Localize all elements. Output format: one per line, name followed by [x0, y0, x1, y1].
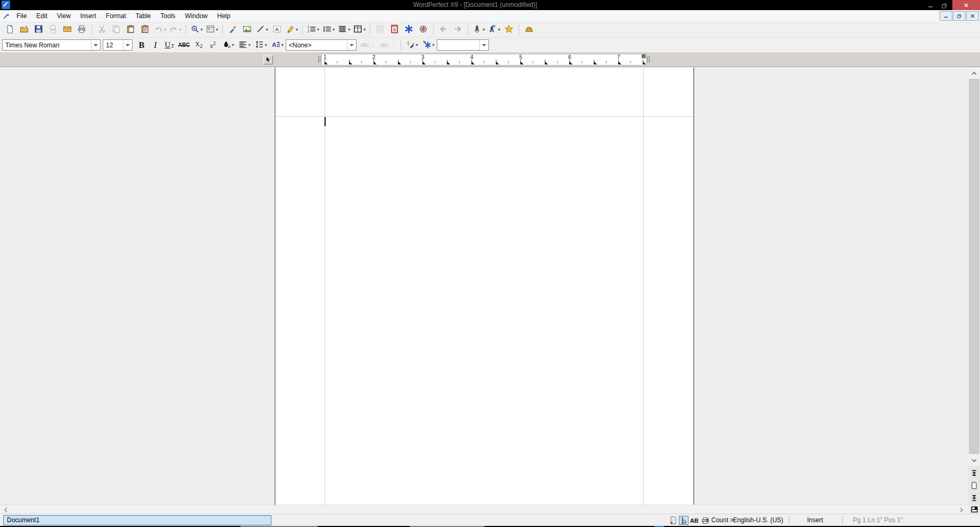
- font-attributes-button[interactable]: A▾: [270, 39, 285, 51]
- document-restore-button[interactable]: [953, 11, 966, 21]
- menu-edit[interactable]: Edit: [31, 10, 52, 22]
- general-status-button[interactable]: [668, 516, 678, 525]
- style-combo[interactable]: <None>: [286, 39, 356, 51]
- dropdown-arrow-icon[interactable]: ▾: [201, 28, 203, 32]
- dropdown-arrow-icon[interactable]: ▾: [317, 28, 319, 32]
- tab-stop-marker[interactable]: [349, 61, 352, 64]
- dropdown-arrow-icon[interactable]: ▾: [216, 28, 218, 32]
- tab-stop-marker[interactable]: [643, 61, 646, 64]
- quickfonts-button[interactable]: ▾: [404, 39, 420, 51]
- quickmark-combo[interactable]: [437, 39, 489, 51]
- tab-selector-button[interactable]: [263, 55, 273, 64]
- subscript-button[interactable]: X2: [193, 39, 205, 51]
- dropdown-arrow-icon[interactable]: ▾: [498, 28, 500, 32]
- vertical-scrollbar-thumb[interactable]: [969, 79, 979, 454]
- document-minimize-button[interactable]: [940, 11, 952, 21]
- cursor-position-status[interactable]: Pg 1 Ln 1" Pos 1": [849, 514, 907, 526]
- combo-dropdown-icon[interactable]: [123, 40, 132, 50]
- perfect-expert-button[interactable]: [522, 23, 536, 37]
- draw-picture-button[interactable]: [240, 23, 254, 37]
- scroll-down-button[interactable]: [968, 455, 980, 466]
- font-color-button[interactable]: a▾: [220, 39, 236, 51]
- right-indent-marker[interactable]: [642, 54, 646, 59]
- tab-stop-marker[interactable]: [422, 61, 426, 64]
- superscript-button[interactable]: x2: [206, 39, 219, 51]
- menu-format[interactable]: Format: [101, 10, 131, 22]
- zoom-button[interactable]: ▾: [189, 23, 204, 37]
- send-as-email-button[interactable]: [61, 23, 74, 37]
- menu-window[interactable]: Window: [180, 10, 213, 22]
- insert-mode-status[interactable]: Insert: [791, 514, 839, 526]
- favorites-button[interactable]: [502, 23, 516, 37]
- paste-special-button[interactable]: [138, 23, 152, 37]
- tab-stop-marker[interactable]: [325, 61, 328, 64]
- font-size-combo[interactable]: 12: [103, 39, 132, 51]
- line-spacing-button[interactable]: ▾: [253, 39, 269, 51]
- highlight-button[interactable]: ▾: [285, 23, 299, 37]
- dropdown-arrow-icon[interactable]: ▾: [348, 28, 350, 32]
- right-margin-marker[interactable]: [649, 56, 650, 63]
- dropdown-arrow-icon[interactable]: ▾: [266, 28, 268, 32]
- font-face-combo[interactable]: Times New Roman: [2, 39, 101, 51]
- document-tab[interactable]: Document1: [3, 515, 271, 525]
- dropdown-arrow-icon[interactable]: ▾: [363, 28, 366, 32]
- menu-view[interactable]: View: [52, 10, 76, 22]
- dropdown-arrow-icon[interactable]: ▾: [248, 43, 251, 47]
- tab-stop-marker[interactable]: [520, 61, 524, 64]
- window-minimize-button[interactable]: [924, 0, 937, 10]
- scroll-left-button[interactable]: [1, 505, 11, 514]
- horizontal-scrollbar[interactable]: [0, 505, 968, 514]
- graphics-frame-button[interactable]: ▾: [352, 23, 367, 37]
- quickformat-button[interactable]: [226, 23, 239, 37]
- dictionary-button[interactable]: S: [388, 23, 401, 37]
- justification-button[interactable]: ▾: [237, 39, 252, 51]
- tab-stop-marker[interactable]: [398, 61, 401, 64]
- bold-button[interactable]: B: [135, 39, 148, 51]
- dropdown-arrow-icon[interactable]: ▾: [483, 28, 485, 32]
- macro-launcher-button[interactable]: ▾: [487, 23, 501, 37]
- print-button[interactable]: [75, 23, 88, 37]
- scroll-up-button[interactable]: [968, 68, 980, 79]
- vertical-scrollbar[interactable]: [968, 68, 980, 505]
- save-button[interactable]: [32, 23, 45, 37]
- scroll-right-button[interactable]: [957, 505, 966, 514]
- dropdown-arrow-icon[interactable]: ▾: [265, 43, 267, 47]
- bulleted-list-button[interactable]: ▾: [321, 23, 336, 37]
- ruler[interactable]: 1234567: [321, 54, 646, 65]
- table-quickcreate-button[interactable]: ▾: [337, 23, 351, 37]
- dropdown-arrow-icon[interactable]: ▾: [333, 28, 335, 32]
- dropdown-arrow-icon[interactable]: ▾: [296, 28, 298, 32]
- tab-stop-marker[interactable]: [545, 61, 548, 64]
- thesaurus-button[interactable]: [402, 23, 416, 37]
- tab-stop-marker[interactable]: [594, 61, 597, 64]
- dropdown-arrow-icon[interactable]: ▾: [416, 43, 418, 47]
- right-margin-marker[interactable]: [647, 56, 648, 63]
- tab-stop-marker[interactable]: [447, 61, 450, 64]
- tab-stop-marker[interactable]: [471, 61, 475, 64]
- dropdown-arrow-icon[interactable]: ▾: [232, 43, 234, 47]
- tab-stop-marker[interactable]: [496, 61, 499, 64]
- underline-button[interactable]: U▾: [163, 39, 176, 51]
- combo-dropdown-icon[interactable]: [347, 40, 356, 50]
- window-restore-button[interactable]: [937, 0, 951, 10]
- draw-line-button[interactable]: ▾: [255, 23, 269, 37]
- make-it-fit-button[interactable]: ▾: [471, 23, 486, 37]
- combo-dropdown-icon[interactable]: [91, 40, 100, 50]
- tab-stop-marker[interactable]: [618, 61, 621, 64]
- document-area[interactable]: [0, 68, 968, 505]
- browse-object-button[interactable]: [969, 480, 979, 491]
- menu-help[interactable]: Help: [212, 10, 235, 22]
- dropdown-arrow-icon[interactable]: ▾: [179, 28, 181, 32]
- dropdown-arrow-icon[interactable]: ▾: [171, 43, 173, 47]
- tab-stop-marker[interactable]: [569, 61, 572, 64]
- left-margin-marker[interactable]: [320, 56, 320, 63]
- next-page-button[interactable]: [969, 492, 979, 503]
- tab-stop-marker[interactable]: [373, 61, 377, 64]
- document-close-button[interactable]: [966, 11, 979, 21]
- italic-button[interactable]: I: [149, 39, 162, 51]
- window-close-button[interactable]: [952, 0, 980, 10]
- symbols-button[interactable]: ▾: [421, 39, 436, 51]
- split-window-button[interactable]: [968, 505, 980, 514]
- strikethrough-button[interactable]: ABC: [177, 39, 192, 51]
- menu-file[interactable]: File: [12, 10, 31, 22]
